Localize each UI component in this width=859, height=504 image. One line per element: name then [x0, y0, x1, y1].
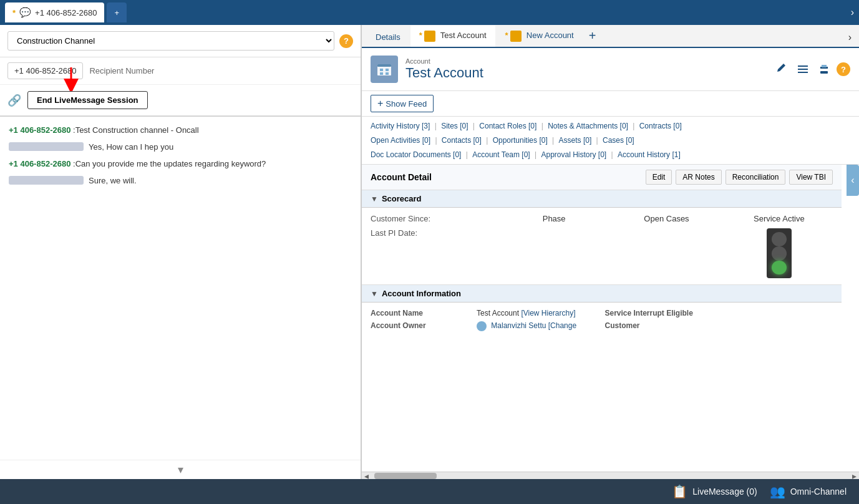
- view-tbi-button[interactable]: View TBI: [789, 170, 833, 185]
- tab-asterisk: *: [12, 8, 16, 17]
- print-icon-btn[interactable]: [815, 61, 833, 78]
- link-open-activities[interactable]: Open Activities [0]: [371, 136, 430, 145]
- attach-icon[interactable]: 🔗: [7, 94, 21, 107]
- show-feed-button[interactable]: + Show Feed: [371, 95, 434, 112]
- link-account-team[interactable]: Account Team [0]: [472, 150, 530, 159]
- msg-sender-3: +1 406-852-2680: [9, 159, 70, 168]
- add-tab-icon: +: [114, 8, 119, 17]
- phase-col-header: Phase: [500, 214, 608, 223]
- account-detail-header: Account Detail Edit AR Notes Reconciliat…: [362, 165, 842, 190]
- account-help-icon[interactable]: ?: [837, 62, 850, 76]
- link-cases[interactable]: Cases [0]: [603, 136, 634, 145]
- link-contracts[interactable]: Contracts [0]: [639, 122, 682, 130]
- channel-select[interactable]: Construction Channel: [7, 31, 334, 51]
- message-3: +1 406-852-2680 :Can you provide me the …: [9, 159, 352, 168]
- right-tab-add-icon[interactable]: +: [584, 25, 601, 47]
- svg-rect-3: [380, 69, 383, 71]
- ar-notes-button[interactable]: AR Notes: [676, 170, 721, 185]
- yellow-light: [772, 246, 787, 261]
- scorecard-header[interactable]: ▼ Scorecard: [362, 190, 842, 208]
- tab-phone-label: +1 406-852-2680: [35, 8, 97, 17]
- horiz-scroll-thumb: [374, 473, 437, 479]
- show-feed-label: Show Feed: [386, 99, 427, 109]
- show-feed-row: + Show Feed: [362, 91, 859, 117]
- reconciliation-button[interactable]: Reconciliation: [726, 170, 786, 185]
- tab-details[interactable]: Details: [367, 27, 409, 48]
- service-active-col-header: Service Active: [726, 214, 833, 223]
- link-assets[interactable]: Assets [0]: [559, 136, 592, 145]
- tab-chevron-icon[interactable]: ›: [851, 7, 854, 18]
- link-contacts[interactable]: Contacts [0]: [442, 136, 482, 145]
- account-actions: ?: [773, 61, 850, 78]
- horiz-scrollbar[interactable]: ◂ ▸: [362, 472, 859, 479]
- account-info-grid: Account Name Test Account [View Hierarch…: [362, 303, 842, 337]
- last-pi-label: Last PI Date:: [371, 228, 495, 238]
- main-layout: Construction Channel ? +1 406-852-2680 R…: [0, 25, 859, 479]
- service-interrupt-value: [711, 309, 833, 317]
- account-info-section: ▼ Account Information Account Name Test …: [362, 285, 842, 337]
- link-sites[interactable]: Sites [0]: [441, 122, 468, 130]
- edit-button[interactable]: Edit: [646, 170, 672, 185]
- msg-text-2: Yes, How can I hep you: [89, 142, 173, 152]
- account-subtitle: Account: [405, 57, 765, 65]
- scroll-right-icon[interactable]: ▸: [852, 472, 857, 479]
- list-icon-btn[interactable]: [794, 61, 812, 78]
- link-doc-locator[interactable]: Doc Locator Documents [0]: [371, 150, 461, 159]
- account-detail-row: Account Detail Edit AR Notes Reconciliat…: [362, 165, 859, 337]
- traffic-light: [767, 228, 792, 278]
- scroll-left-icon[interactable]: ◂: [364, 472, 369, 479]
- account-owner-label: Account Owner: [371, 321, 470, 331]
- livemessage-icon: 📋: [672, 484, 687, 499]
- scroll-down-btn[interactable]: ▾: [0, 460, 361, 479]
- omnichannel-label: Omni-Channel: [790, 487, 847, 497]
- chat-icon: 💬: [19, 7, 31, 18]
- phone-row: +1 406-852-2680 Recipient Number: [0, 57, 361, 85]
- tab-test-account[interactable]: * Test Account: [410, 26, 495, 48]
- end-session-button[interactable]: End LiveMessage Session: [27, 91, 148, 109]
- bottom-bar: 📋 LiveMessage (0) 👥 Omni-Channel: [0, 479, 859, 504]
- right-tab-bar: Details * Test Account * New Account + ›: [362, 25, 859, 48]
- account-info-arrow-icon: ▼: [371, 289, 378, 298]
- customer-value: [711, 321, 833, 331]
- link-opportunities[interactable]: Opportunities [0]: [493, 136, 548, 145]
- svg-rect-11: [820, 71, 828, 74]
- edit-pencil-icon-btn[interactable]: [773, 61, 790, 78]
- scorecard-title: Scorecard: [382, 194, 422, 203]
- new-account-tab-icon: [510, 31, 522, 42]
- link-contact-roles[interactable]: Contact Roles [0]: [479, 122, 536, 130]
- omnichannel-icon: 👥: [770, 484, 785, 499]
- phone-number-badge: +1 406-852-2680: [7, 62, 83, 79]
- tab-add[interactable]: +: [107, 2, 127, 22]
- owner-link[interactable]: Malanvizhi Settu [Change: [491, 322, 576, 331]
- tab-chat[interactable]: * 💬 +1 406-852-2680: [5, 2, 104, 22]
- omnichannel-item[interactable]: 👥 Omni-Channel: [770, 484, 847, 499]
- view-hierarchy-link[interactable]: [View Hierarchy]: [521, 309, 575, 317]
- link-account-history[interactable]: Account History [1]: [618, 150, 681, 159]
- tab-test-account-label: Test Account: [440, 31, 487, 40]
- tab-new-account[interactable]: * New Account: [497, 26, 583, 48]
- account-header: Account Test Account ?: [362, 48, 859, 91]
- red-light: [772, 232, 787, 246]
- show-feed-plus-icon: +: [377, 98, 383, 109]
- livemessage-label: LiveMessage (0): [692, 487, 757, 497]
- tab-test-asterisk: *: [419, 31, 425, 40]
- right-tab-chevron-icon[interactable]: ›: [846, 28, 854, 47]
- account-name-label: Account Name: [371, 309, 470, 317]
- account-owner-value: Malanvizhi Settu [Change: [477, 321, 599, 331]
- link-activity-history[interactable]: Activity History [3]: [371, 122, 430, 130]
- message-1: +1 406-852-2680 :Test Construction chann…: [9, 125, 352, 135]
- link-approval-history[interactable]: Approval History [0]: [541, 150, 607, 159]
- tab-new-account-label: New Account: [527, 31, 574, 40]
- svg-rect-2: [377, 64, 391, 67]
- livemessage-item[interactable]: 📋 LiveMessage (0): [672, 484, 757, 499]
- owner-avatar: [477, 321, 487, 331]
- svg-rect-6: [386, 72, 389, 75]
- msg-sender-1: +1 406-852-2680: [9, 125, 70, 135]
- link-notes-attachments[interactable]: Notes & Attachments [0]: [548, 122, 628, 130]
- account-info-header[interactable]: ▼ Account Information: [362, 285, 842, 303]
- customer-since-label: Customer Since:: [371, 214, 495, 223]
- collapse-handle[interactable]: ‹: [847, 165, 859, 196]
- top-tab-bar: * 💬 +1 406-852-2680 + ›: [0, 0, 859, 25]
- tab-new-asterisk: *: [505, 31, 511, 40]
- help-icon[interactable]: ?: [339, 34, 353, 48]
